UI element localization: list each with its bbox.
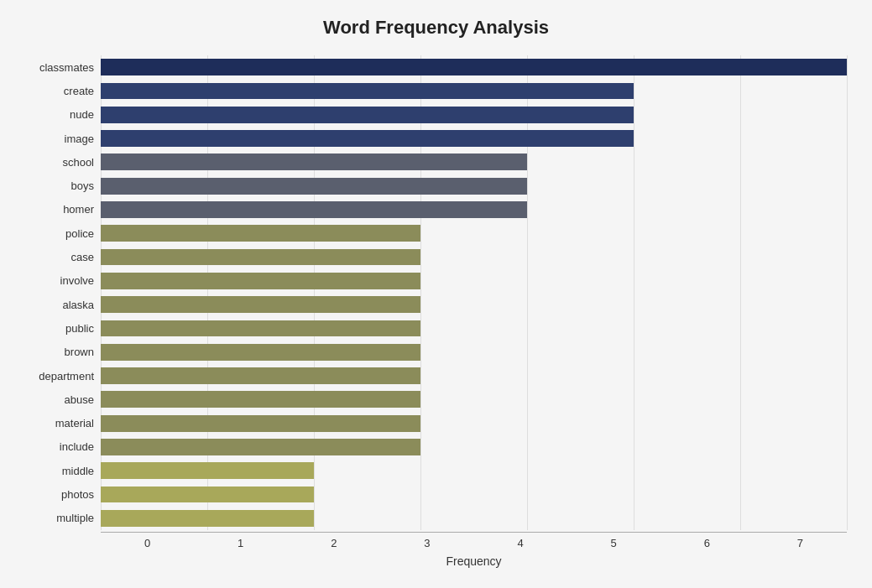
bar-create: [101, 83, 634, 100]
bar-row-classmates: [101, 55, 847, 79]
bar-nude: [101, 107, 634, 123]
y-axis-labels: classmatescreatenudeimageschoolboyshomer…: [25, 55, 101, 530]
y-label-boys: boys: [71, 174, 94, 197]
bar-case: [101, 249, 420, 266]
x-tick-1: 1: [194, 537, 287, 549]
y-label-create: create: [64, 79, 94, 102]
bar-public: [101, 320, 420, 337]
bar-homer: [101, 201, 527, 218]
bar-row-school: [101, 150, 847, 174]
y-label-public: public: [65, 316, 94, 340]
bar-police: [101, 225, 420, 242]
bar-row-boys: [101, 174, 847, 198]
y-label-school: school: [62, 150, 94, 174]
x-tick-0: 0: [101, 537, 194, 549]
y-label-homer: homer: [63, 198, 94, 221]
bar-row-police: [101, 221, 847, 245]
bar-row-department: [101, 364, 847, 388]
bar-middle: [101, 462, 314, 479]
bar-classmates: [101, 59, 847, 75]
bar-involve: [101, 273, 420, 289]
y-label-involve: involve: [60, 269, 94, 293]
y-label-case: case: [71, 245, 94, 268]
y-label-include: include: [60, 435, 94, 459]
chart-title: Word Frequency Analysis: [25, 17, 847, 39]
bar-row-photos: [101, 482, 847, 506]
x-tick-6: 6: [661, 537, 754, 549]
bar-row-include: [101, 435, 847, 459]
bar-boys: [101, 178, 527, 195]
bar-row-public: [101, 316, 847, 340]
grid-line-7: [847, 55, 848, 530]
y-label-middle: middle: [62, 459, 94, 482]
x-tick-5: 5: [567, 537, 661, 549]
bar-abuse: [101, 391, 420, 408]
bar-row-multiple: [101, 507, 847, 530]
bar-brown: [101, 344, 420, 361]
y-label-material: material: [55, 411, 94, 434]
bar-photos: [101, 487, 314, 503]
x-tick-4: 4: [474, 537, 567, 549]
x-axis-label: Frequency: [101, 554, 847, 568]
bar-alaska: [101, 296, 420, 313]
bar-school: [101, 154, 527, 170]
y-label-image: image: [65, 127, 94, 150]
y-label-alaska: alaska: [62, 293, 94, 316]
bar-row-involve: [101, 269, 847, 293]
y-label-nude: nude: [70, 103, 94, 127]
bar-image: [101, 130, 634, 147]
bar-row-alaska: [101, 293, 847, 316]
y-label-classmates: classmates: [39, 55, 94, 79]
bar-row-material: [101, 412, 847, 435]
y-label-multiple: multiple: [56, 507, 94, 530]
bar-row-case: [101, 245, 847, 268]
x-tick-3: 3: [380, 537, 473, 549]
bar-row-brown: [101, 341, 847, 364]
bar-row-abuse: [101, 388, 847, 411]
chart-container: Word Frequency Analysis classmatescreate…: [0, 0, 872, 588]
y-label-photos: photos: [61, 482, 94, 506]
y-label-abuse: abuse: [65, 388, 94, 411]
x-tick-2: 2: [287, 537, 380, 549]
bar-include: [101, 439, 420, 455]
y-label-department: department: [39, 364, 94, 388]
bar-row-middle: [101, 459, 847, 482]
y-label-police: police: [65, 221, 94, 245]
bar-multiple: [101, 510, 314, 527]
bar-row-create: [101, 79, 847, 102]
bar-department: [101, 367, 420, 384]
bar-row-image: [101, 127, 847, 150]
x-tick-7: 7: [754, 537, 847, 549]
bar-row-homer: [101, 198, 847, 221]
y-label-brown: brown: [65, 341, 94, 364]
bar-row-nude: [101, 103, 847, 127]
bar-material: [101, 415, 420, 432]
